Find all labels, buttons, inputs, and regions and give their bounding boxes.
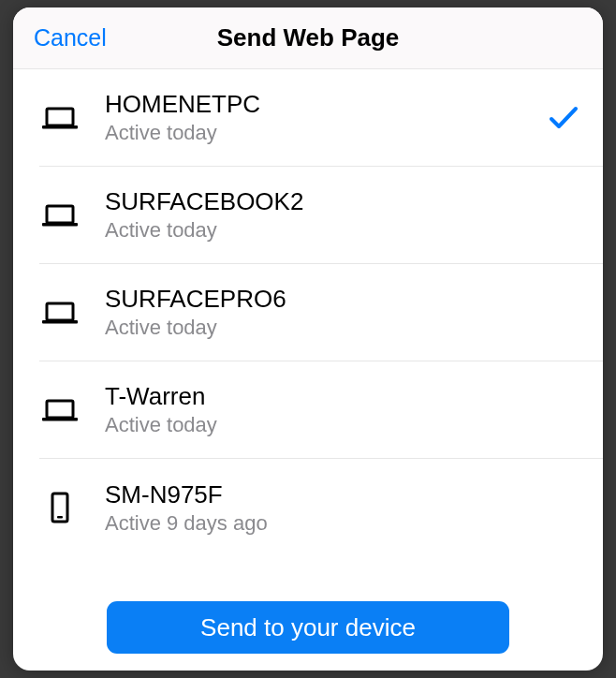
device-row-homenetpc[interactable]: HOMENETPC Active today [39, 69, 603, 167]
device-status-label: Active today [105, 121, 547, 145]
cancel-button[interactable]: Cancel [34, 7, 107, 68]
laptop-icon [39, 97, 81, 139]
laptop-icon [39, 292, 81, 333]
svg-rect-0 [47, 109, 73, 125]
svg-rect-7 [42, 418, 78, 421]
svg-rect-9 [57, 516, 63, 519]
svg-rect-3 [42, 223, 78, 227]
device-name-label: T-Warren [105, 382, 580, 411]
phone-icon [39, 487, 81, 528]
checkmark-icon [547, 101, 580, 135]
send-to-device-button[interactable]: Send to your device [107, 601, 509, 654]
laptop-icon [39, 195, 81, 236]
device-row-surfacebook2[interactable]: SURFACEBOOK2 Active today [39, 167, 603, 264]
svg-rect-6 [47, 401, 73, 418]
send-web-page-sheet: Cancel Send Web Page HOMENETPC Active to… [13, 7, 603, 671]
device-info: HOMENETPC Active today [105, 90, 547, 145]
device-name-label: SURFACEBOOK2 [105, 187, 580, 216]
device-info: SM-N975F Active 9 days ago [105, 480, 580, 536]
device-row-surfacepro6[interactable]: SURFACEPRO6 Active today [39, 264, 603, 361]
device-info: SURFACEBOOK2 Active today [105, 187, 580, 243]
device-info: SURFACEPRO6 Active today [105, 285, 580, 340]
sheet-header: Cancel Send Web Page [13, 7, 603, 69]
device-name-label: HOMENETPC [105, 90, 547, 119]
device-status-label: Active 9 days ago [105, 511, 580, 536]
laptop-icon [39, 390, 81, 431]
device-status-label: Active today [105, 218, 580, 243]
device-list: HOMENETPC Active today SURFACEBOOK2 Acti… [13, 69, 603, 592]
sheet-title: Send Web Page [217, 23, 400, 52]
device-row-smn975f[interactable]: SM-N975F Active 9 days ago [39, 459, 603, 556]
svg-rect-1 [42, 125, 78, 129]
device-status-label: Active today [105, 413, 580, 437]
device-name-label: SURFACEPRO6 [105, 285, 580, 314]
svg-rect-5 [42, 320, 78, 324]
device-status-label: Active today [105, 316, 580, 340]
device-info: T-Warren Active today [105, 382, 580, 437]
sheet-footer: Send to your device [13, 592, 603, 671]
device-name-label: SM-N975F [105, 480, 580, 509]
svg-rect-4 [47, 303, 73, 320]
device-row-twarren[interactable]: T-Warren Active today [39, 361, 603, 459]
svg-rect-2 [47, 206, 73, 223]
